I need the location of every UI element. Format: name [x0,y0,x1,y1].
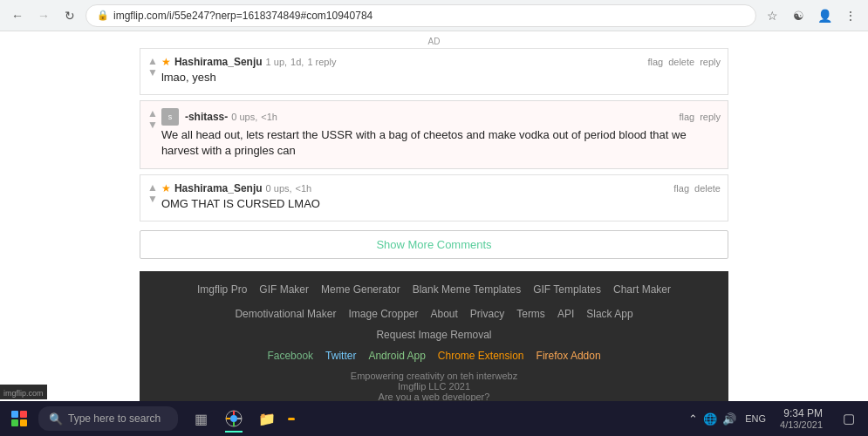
reply-action-2[interactable]: reply [700,112,721,122]
footer-link-meme-generator[interactable]: Meme Generator [321,283,400,296]
star-button[interactable]: ☆ [762,5,783,26]
notification-button[interactable]: ▢ [833,403,865,434]
forward-button[interactable]: → [33,5,54,26]
social-android[interactable]: Android App [368,350,425,362]
vote-count-2: 0 ups, [231,112,257,122]
footer-image-removal[interactable]: Request Image Removal [376,329,491,341]
ad-label: AD [140,35,728,48]
delete-action-1[interactable]: delete [668,57,694,67]
chrome-icon[interactable] [218,403,249,434]
username-3[interactable]: Hashirama_Senju [174,182,263,194]
win-sq-tr [20,411,27,418]
flag-action-3[interactable]: flag [673,183,689,194]
footer-link-gif-templates[interactable]: GIF Templates [533,283,601,296]
social-firefox[interactable]: Firefox Addon [537,350,601,362]
svg-point-1 [230,415,237,422]
clock-time: 9:34 PM [780,407,823,419]
active-app-indicator [288,418,295,420]
footer: Imgflip Pro GIF Maker Meme Generator Bla… [140,271,728,401]
time-1: 1d, [290,57,304,67]
footer-tagline: Empowering creativity on teh interwebz I… [157,371,711,401]
footer-social: Facebook Twitter Android App Chrome Exte… [157,350,711,362]
extension-button[interactable]: ☯ [788,5,809,26]
comment-row-3: ▲ ▼ ★ Hashirama_Senju 0 ups, <1h flag de… [147,179,721,215]
taskbar-clock[interactable]: 9:34 PM 4/13/2021 [773,407,830,430]
username-2[interactable]: -shitass- [185,111,228,123]
windows-logo [11,411,27,426]
comment-block-3: ▲ ▼ ★ Hashirama_Senju 0 ups, <1h flag de… [140,174,728,221]
star-icon-1: ★ [161,56,171,68]
address-bar[interactable]: 🔒 imgflip.com/i/55e247?nerp=1618374849#c… [85,4,756,27]
upvote-3[interactable]: ▲ [147,182,158,193]
reply-action-1[interactable]: reply [700,57,721,67]
comment-text-1: lmao, yesh [161,70,721,85]
footer-link-privacy[interactable]: Privacy [470,308,504,320]
taskbar-right: ⌃ 🌐 🔊 ENG 9:34 PM 4/13/2021 ▢ [688,403,865,434]
time-2: <1h [261,112,277,122]
footer-link-api[interactable]: API [557,308,574,320]
comment-row-1: ▲ ▼ ★ Hashirama_Senju 1 up, 1d, 1 reply … [147,52,721,89]
comment-body-1: ★ Hashirama_Senju 1 up, 1d, 1 reply flag… [161,56,721,85]
upvote-1[interactable]: ▲ [147,56,158,66]
volume-icon[interactable]: 🔊 [722,412,736,426]
username-1[interactable]: Hashirama_Senju [174,56,263,68]
lock-icon: 🔒 [97,10,109,21]
show-more-button[interactable]: Show More Comments [140,230,728,259]
social-twitter[interactable]: Twitter [325,350,356,362]
main-content: AD ▲ ▼ ★ Hashirama_Senju 1 up, 1d, 1 rep… [0,31,868,401]
url-text: imgflip.com/i/55e247?nerp=1618374849#com… [113,10,372,22]
network-icon[interactable]: 🌐 [703,412,717,426]
clock-date: 4/13/2021 [780,419,823,430]
task-view-icon[interactable]: ▦ [185,403,216,434]
tagline-1: Empowering creativity on teh interwebz [157,371,711,381]
footer-link-imgflip-pro[interactable]: Imgflip Pro [197,283,247,296]
downvote-1[interactable]: ▼ [147,67,158,78]
refresh-button[interactable]: ↻ [59,5,80,26]
vote-buttons-2: ▲ ▼ [147,108,158,130]
footer-link-gif-maker[interactable]: GIF Maker [259,283,309,296]
footer-link-slack[interactable]: Slack App [586,308,632,320]
vote-buttons-1: ▲ ▼ [147,56,158,78]
taskbar-center-icons: ▦ 📁 [185,403,283,434]
comment-meta-3: ★ Hashirama_Senju 0 ups, <1h flag delete [161,182,721,194]
reply-info-1: 1 reply [307,57,336,67]
downvote-3[interactable]: ▼ [147,194,158,204]
taskbar-search[interactable]: 🔍 Type here to search [38,406,178,431]
chevron-icon[interactable]: ⌃ [688,412,698,426]
comment-meta-1: ★ Hashirama_Senju 1 up, 1d, 1 reply flag… [161,56,721,68]
profile-button[interactable]: 👤 [814,5,835,26]
comment-body-3: ★ Hashirama_Senju 0 ups, <1h flag delete… [161,182,721,212]
star-icon-3: ★ [161,182,171,194]
tagline-2: Imgflip LLC 2021 [157,381,711,392]
delete-action-3[interactable]: delete [694,183,721,194]
win-sq-bl [11,419,18,426]
file-explorer-icon[interactable]: 📁 [251,403,283,434]
back-button[interactable]: ← [7,5,28,26]
flag-action-1[interactable]: flag [647,57,663,67]
footer-link-terms[interactable]: Terms [516,308,545,320]
start-button[interactable] [3,403,35,434]
footer-link-image-cropper[interactable]: Image Cropper [348,308,418,320]
footer-link-blank-meme[interactable]: Blank Meme Templates [413,283,522,296]
win-sq-tl [11,411,18,418]
avatar-2: s [161,108,179,126]
footer-link-chart-maker[interactable]: Chart Maker [613,283,671,296]
comment-block-1: ▲ ▼ ★ Hashirama_Senju 1 up, 1d, 1 reply … [140,48,728,95]
menu-button[interactable]: ⋮ [840,5,861,26]
footer-link-about[interactable]: About [431,308,458,320]
upvote-2[interactable]: ▲ [147,108,158,119]
time-3: <1h [296,183,312,194]
flag-action-2[interactable]: flag [679,112,694,122]
sys-icons: ⌃ 🌐 🔊 [688,412,736,426]
comment-block-2: ▲ ▼ s -shitass- 0 ups, <1h flag reply [140,100,728,168]
social-chrome[interactable]: Chrome Extension [438,350,524,362]
footer-links: Imgflip Pro GIF Maker Meme Generator Bla… [157,283,711,320]
search-placeholder: Type here to search [68,412,161,425]
vote-count-1: 1 up, [266,57,287,67]
downvote-2[interactable]: ▼ [147,119,158,130]
footer-link-demotivational[interactable]: Demotivational Maker [235,308,336,320]
search-icon: 🔍 [49,412,63,426]
social-facebook[interactable]: Facebook [267,350,313,362]
comment-text-3: OMG THAT IS CURSED LMAO [161,196,721,212]
comment-row-2: ▲ ▼ s -shitass- 0 ups, <1h flag reply [147,105,721,162]
